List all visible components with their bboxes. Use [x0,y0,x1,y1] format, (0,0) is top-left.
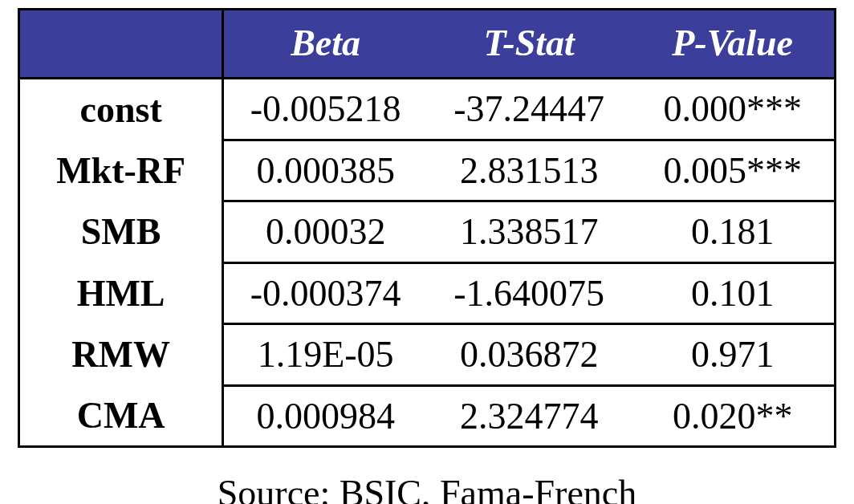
table-header-row: Beta T-Stat P-Value [19,10,836,79]
row-label: CMA [19,385,223,447]
cell-pvalue: 0.020** [631,385,835,447]
cell-beta: -0.005218 [223,79,427,140]
row-label: RMW [19,324,223,386]
table-row: const -0.005218 -37.24447 0.000*** [19,79,836,140]
col-header-tstat: T-Stat [427,10,631,79]
cell-beta: -0.000374 [223,262,427,324]
cell-tstat: 0.036872 [427,324,631,386]
cell-pvalue: 0.101 [631,262,835,324]
table-row: CMA 0.000984 2.324774 0.020** [19,385,836,447]
cell-tstat: 2.324774 [427,385,631,447]
regression-table: Beta T-Stat P-Value const -0.005218 -37.… [18,8,836,448]
row-label: HML [19,262,223,324]
cell-tstat: -1.640075 [427,262,631,324]
col-header-beta: Beta [223,10,427,79]
cell-tstat: 1.338517 [427,201,631,263]
cell-pvalue: 0.971 [631,324,835,386]
cell-beta: 0.00032 [223,201,427,263]
cell-beta: 0.000385 [223,140,427,201]
cell-beta: 0.000984 [223,385,427,447]
col-header-pvalue: P-Value [631,10,835,79]
table-row: Mkt-RF 0.000385 2.831513 0.005*** [19,140,836,201]
table-container: Beta T-Stat P-Value const -0.005218 -37.… [0,0,854,504]
source-caption: Source: BSIC, Fama-French [18,472,836,504]
col-header-blank [19,10,223,79]
cell-pvalue: 0.005*** [631,140,835,201]
cell-beta: 1.19E-05 [223,324,427,386]
table-row: SMB 0.00032 1.338517 0.181 [19,201,836,263]
cell-pvalue: 0.000*** [631,79,835,140]
table-row: RMW 1.19E-05 0.036872 0.971 [19,324,836,386]
cell-tstat: 2.831513 [427,140,631,201]
cell-pvalue: 0.181 [631,201,835,263]
row-label: SMB [19,201,223,263]
table-row: HML -0.000374 -1.640075 0.101 [19,262,836,324]
cell-tstat: -37.24447 [427,79,631,140]
row-label: const [19,79,223,140]
row-label: Mkt-RF [19,140,223,201]
